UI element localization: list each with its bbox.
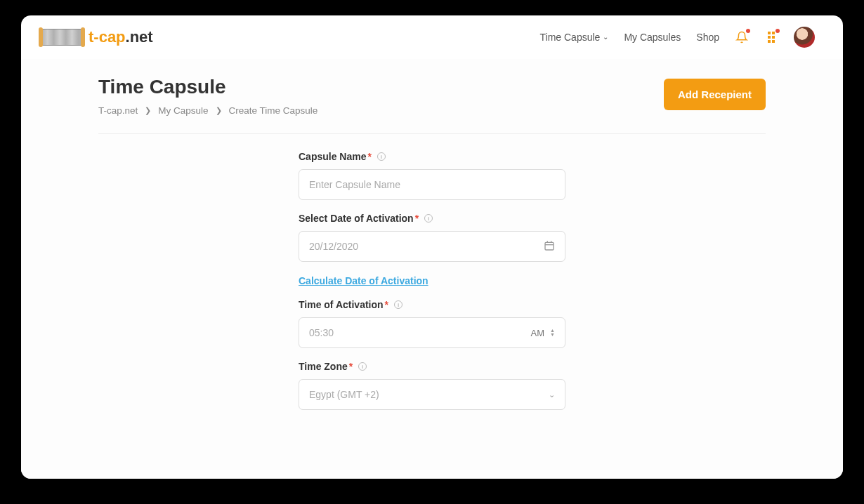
calendar-icon <box>544 240 555 253</box>
time-period: AM <box>531 328 545 338</box>
required-mark: * <box>367 151 371 162</box>
breadcrumb-root[interactable]: T-cap.net <box>98 105 138 116</box>
activation-date-input[interactable]: 20/12/2020 <box>299 231 565 262</box>
chevron-down-icon: ⌄ <box>603 33 608 41</box>
info-icon[interactable]: i <box>394 300 402 309</box>
breadcrumb-level2: Create Time Capsule <box>229 105 318 116</box>
activation-time-input[interactable]: 05:30 AM ▲ ▼ <box>299 317 565 348</box>
chevron-down-icon: ⌄ <box>549 390 555 399</box>
activation-time-label: Time of Activation <box>299 299 384 310</box>
info-icon[interactable]: i <box>358 362 367 371</box>
page-title: Time Capsule <box>98 76 318 98</box>
info-icon[interactable]: i <box>377 152 386 161</box>
logo-image <box>41 29 83 46</box>
user-avatar[interactable] <box>794 27 815 48</box>
breadcrumb: T-cap.net ❯ My Capsule ❯ Create Time Cap… <box>98 105 318 116</box>
capsule-name-label: Capsule Name <box>299 151 366 162</box>
activation-date-label: Select Date of Activation <box>299 213 414 224</box>
time-spinner[interactable]: ▲ ▼ <box>550 329 555 337</box>
add-recipient-button[interactable]: Add Recepient <box>664 79 766 110</box>
nav-time-capsule[interactable]: Time Capsule ⌄ <box>540 32 609 43</box>
notification-dot <box>746 29 750 33</box>
calculate-date-link[interactable]: Calculate Date of Activation <box>299 275 428 286</box>
nav-shop[interactable]: Shop <box>696 32 719 43</box>
activation-time-value: 05:30 <box>309 327 334 338</box>
chevron-down-icon: ▼ <box>550 333 555 337</box>
timezone-value: Egypt (GMT +2) <box>309 389 379 400</box>
logo-text: t-cap.net <box>89 28 153 46</box>
chevron-right-icon: ❯ <box>145 106 151 115</box>
breadcrumb-level1[interactable]: My Capsule <box>158 105 208 116</box>
grid-icon <box>768 32 775 43</box>
timezone-label: Time Zone <box>299 361 348 372</box>
nav-my-capsules[interactable]: My Capsules <box>624 32 681 43</box>
nav-time-capsule-label: Time Capsule <box>540 32 601 43</box>
required-mark: * <box>415 213 419 224</box>
notifications-button[interactable] <box>735 30 749 44</box>
required-mark: * <box>385 299 388 310</box>
apps-dot <box>775 29 780 33</box>
svg-rect-0 <box>545 242 554 250</box>
chevron-right-icon: ❯ <box>216 106 222 115</box>
capsule-name-input[interactable] <box>299 169 565 200</box>
activation-date-value: 20/12/2020 <box>309 241 358 252</box>
logo[interactable]: t-cap.net <box>41 28 153 46</box>
info-icon[interactable]: i <box>424 214 433 223</box>
timezone-select[interactable]: Egypt (GMT +2) ⌄ <box>299 379 565 410</box>
required-mark: * <box>349 361 353 372</box>
apps-button[interactable] <box>764 30 778 44</box>
